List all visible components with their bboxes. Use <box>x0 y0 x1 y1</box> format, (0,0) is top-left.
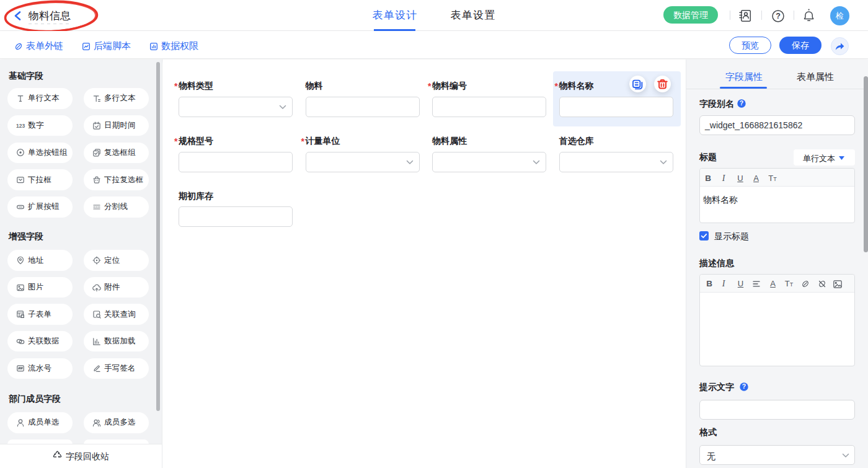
svg-text:?: ? <box>740 99 743 107</box>
svg-text:?: ? <box>776 12 781 20</box>
svg-text:?: ? <box>742 382 746 390</box>
